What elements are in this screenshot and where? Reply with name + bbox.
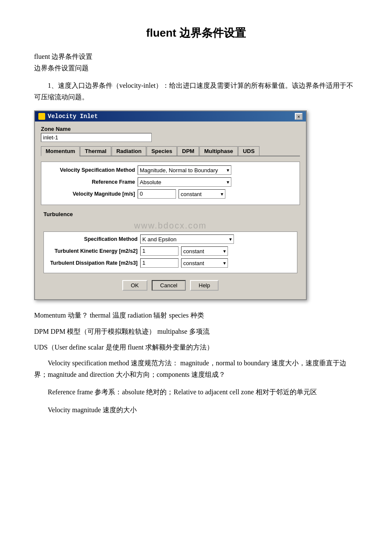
watermark: www.bdocx.com (41, 218, 300, 231)
turbulence-subsection: Specification Method K and Epsilon ▼ Tur… (43, 231, 297, 273)
ok-button[interactable]: OK (122, 280, 147, 291)
dialog-body: Zone Name inlet-1 Momentum Thermal Radia… (35, 121, 306, 299)
para2: Momentum 动量？ thermal 温度 radiation 辐射 spe… (34, 309, 358, 321)
velocity-mag-dropdown-wrapper: constant ▼ (179, 189, 225, 199)
para3: DPM DPM 模型（可用于模拟颗粒轨迹） multipahse 多项流 (34, 326, 358, 337)
tdr-dropdown-value: constant (183, 260, 204, 266)
spec-method-arrow-icon: ▼ (228, 237, 233, 242)
spec-method-dropdown-wrapper: K and Epsilon ▼ (140, 234, 234, 244)
para4: UDS（User define scalar 是使用 fluent 求解额外变量… (34, 341, 358, 353)
para1: 1、速度入口边界条件（velocity-inlet）：给出进口速度及需要计算的所… (34, 80, 358, 103)
tab-uds[interactable]: UDS (238, 146, 259, 156)
cancel-button[interactable]: Cancel (152, 280, 186, 291)
subtitle1: fluent 边界条件设置 (34, 52, 358, 61)
velocity-spec-arrow-icon: ▼ (226, 168, 230, 173)
turbulence-label: Turbulence (41, 209, 300, 218)
tabs-row: Momentum Thermal Radiation Species DPM M… (41, 146, 300, 156)
velocity-spec-dropdown[interactable]: Magnitude, Normal to Boundary ▼ (138, 165, 231, 175)
spec-method-row: Specification Method K and Epsilon ▼ (44, 234, 297, 244)
titlebar-left: Velocity Inlet (38, 113, 98, 120)
dialog-icon (38, 113, 45, 120)
velocity-spec-label: Velocity Specification Method (44, 167, 138, 173)
reference-frame-dropdown-wrapper: Absolute ▼ (138, 177, 231, 187)
reference-frame-value: Absolute (140, 179, 161, 185)
dialog-footer: OK Cancel Help (41, 276, 300, 293)
tdr-label: Turbulent Dissipation Rate [m2/s3] (46, 260, 140, 266)
tdr-dropdown-wrapper: constant ▼ (181, 258, 228, 268)
dialog-close-button[interactable]: ✕ (295, 113, 303, 120)
tke-row: Turbulent Kinetic Energy [m2/s2] 1 const… (44, 246, 297, 256)
para6: Reference frame 参考系：absolute 绝对的；Relativ… (34, 386, 358, 398)
turbulence-section: Turbulence www.bdocx.com Specification M… (41, 209, 300, 273)
tab-radiation[interactable]: Radiation (112, 146, 146, 156)
tab-dpm[interactable]: DPM (177, 146, 199, 156)
zone-name-input[interactable]: inlet-1 (41, 133, 152, 142)
tab-momentum[interactable]: Momentum (41, 146, 80, 156)
velocity-inlet-dialog: Velocity Inlet ✕ Zone Name inlet-1 Momen… (34, 110, 307, 300)
velocity-mag-row: Velocity Magnitude [m/s] 0 constant ▼ (41, 189, 300, 199)
velocity-mag-label: Velocity Magnitude [m/s] (44, 191, 138, 197)
tdr-input[interactable]: 1 (140, 258, 179, 268)
tke-label: Turbulent Kinetic Energy [m2/s2] (46, 248, 140, 254)
tke-input[interactable]: 1 (140, 246, 179, 256)
dialog-title: Velocity Inlet (48, 113, 98, 120)
tke-dropdown-value: constant (183, 248, 204, 254)
para5: Velocity specification method 速度规范方法： ma… (34, 357, 358, 380)
reference-frame-label: Reference Frame (44, 179, 138, 185)
tdr-arrow-icon: ▼ (222, 261, 227, 266)
reference-frame-dropdown[interactable]: Absolute ▼ (138, 177, 231, 187)
tab-thermal[interactable]: Thermal (80, 146, 111, 156)
velocity-spec-dropdown-wrapper: Magnitude, Normal to Boundary ▼ (138, 165, 231, 175)
subtitle2: 边界条件设置问题 (34, 64, 358, 73)
tab-species[interactable]: Species (147, 146, 177, 156)
spec-method-value: K and Epsilon (142, 236, 176, 243)
velocity-spec-row: Velocity Specification Method Magnitude,… (41, 165, 300, 175)
para7: Velocity magnitude 速度的大小 (34, 404, 358, 416)
spec-method-label: Specification Method (46, 236, 140, 242)
velocity-spec-value: Magnitude, Normal to Boundary (140, 167, 218, 173)
main-form-section: Velocity Specification Method Magnitude,… (41, 162, 300, 205)
tdr-row: Turbulent Dissipation Rate [m2/s3] 1 con… (44, 258, 297, 268)
velocity-mag-dropdown[interactable]: constant ▼ (179, 189, 225, 199)
reference-frame-arrow-icon: ▼ (226, 180, 230, 185)
page-title: fluent 边界条件设置 (34, 26, 358, 40)
tab-multiphase[interactable]: Multiphase (199, 146, 238, 156)
help-button[interactable]: Help (190, 280, 219, 291)
velocity-mag-input[interactable]: 0 (138, 189, 176, 199)
dialog-titlebar: Velocity Inlet ✕ (35, 111, 306, 121)
tke-arrow-icon: ▼ (222, 249, 227, 254)
zone-name-label: Zone Name (41, 126, 300, 132)
spec-method-dropdown[interactable]: K and Epsilon ▼ (140, 234, 234, 244)
tke-dropdown[interactable]: constant ▼ (181, 246, 228, 256)
velocity-mag-arrow-icon: ▼ (220, 192, 224, 197)
velocity-mag-dropdown-value: constant (181, 191, 202, 197)
tdr-dropdown[interactable]: constant ▼ (181, 258, 228, 268)
reference-frame-row: Reference Frame Absolute ▼ (41, 177, 300, 187)
tke-dropdown-wrapper: constant ▼ (181, 246, 228, 256)
